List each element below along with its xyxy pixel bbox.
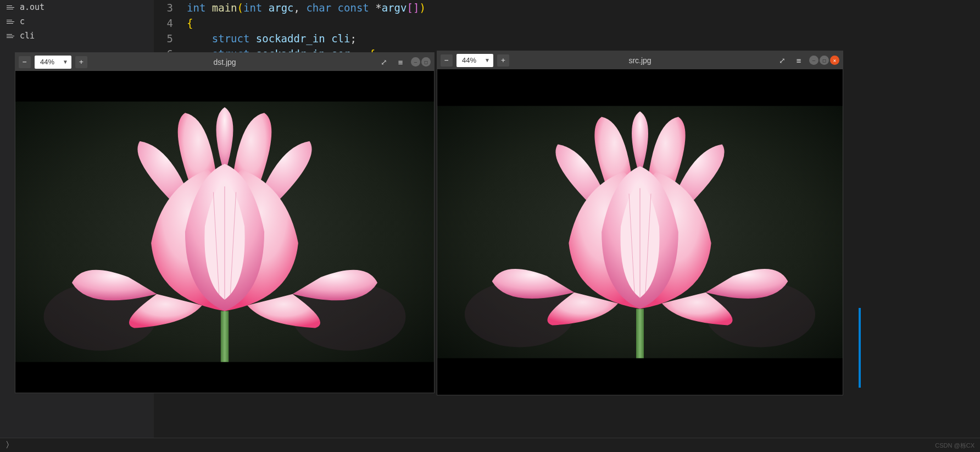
zoom-value: 44% <box>462 56 476 64</box>
chevron-down-icon: ▼ <box>63 59 68 65</box>
titlebar[interactable]: − 44% ▼ + dst.jpg ⤢ ≡ — □ <box>15 53 434 71</box>
zoom-dropdown[interactable]: 44% ▼ <box>456 54 493 67</box>
code-line[interactable]: 3int main(int argc, char const *argv[]) <box>154 0 980 15</box>
outline-icon <box>7 5 15 9</box>
scrollbar-indicator <box>859 308 861 388</box>
titlebar[interactable]: − 44% ▼ + src.jpg ⤢ ≡ — □ ✕ <box>437 51 843 69</box>
outline-icon <box>7 34 15 38</box>
image-canvas[interactable] <box>15 71 434 393</box>
code-content: int main(int argc, char const *argv[]) <box>187 0 426 15</box>
sidebar-item-aout[interactable]: a.out <box>0 0 154 14</box>
lotus-image <box>15 71 434 393</box>
image-canvas[interactable] <box>437 69 843 395</box>
code-line[interactable]: 5 struct sockaddr_in cli; <box>154 31 980 46</box>
line-number: 4 <box>154 15 187 31</box>
sidebar-item-c[interactable]: c <box>0 14 154 29</box>
line-number: 3 <box>154 0 187 15</box>
minimize-button[interactable]: — <box>809 56 818 65</box>
chevron-down-icon: ▼ <box>485 57 490 63</box>
terminal-prompt: 〉 <box>5 440 14 450</box>
image-viewer-dst: − 44% ▼ + dst.jpg ⤢ ≡ — □ <box>15 52 435 393</box>
minimize-button[interactable]: — <box>411 57 420 67</box>
svg-rect-7 <box>636 309 644 359</box>
lotus-image <box>437 69 843 395</box>
zoom-out-button[interactable]: − <box>441 54 453 67</box>
sidebar-item-label: c <box>20 16 25 26</box>
fullscreen-icon[interactable]: ⤢ <box>776 54 788 67</box>
line-number: 5 <box>154 31 187 46</box>
image-viewer-src: − 44% ▼ + src.jpg ⤢ ≡ — □ ✕ <box>437 51 843 395</box>
menu-icon[interactable]: ≡ <box>793 54 805 67</box>
zoom-value: 44% <box>40 58 54 66</box>
zoom-in-button[interactable]: + <box>497 54 509 67</box>
maximize-button[interactable]: □ <box>421 57 431 67</box>
zoom-in-button[interactable]: + <box>75 56 87 68</box>
maximize-button[interactable]: □ <box>820 56 829 65</box>
zoom-dropdown[interactable]: 44% ▼ <box>35 56 71 69</box>
zoom-out-button[interactable]: − <box>19 56 31 68</box>
sidebar-item-cli[interactable]: cli <box>0 29 154 43</box>
terminal-bar[interactable]: 〉 <box>0 438 980 452</box>
code-content: { <box>187 15 193 31</box>
menu-icon[interactable]: ≡ <box>394 56 407 68</box>
svg-rect-3 <box>221 311 229 362</box>
sidebar-item-label: a.out <box>20 2 44 12</box>
outline-icon <box>7 20 15 24</box>
window-title: src.jpg <box>628 56 651 65</box>
code-line[interactable]: 4{ <box>154 15 980 31</box>
fullscreen-icon[interactable]: ⤢ <box>378 56 390 68</box>
window-title: dst.jpg <box>213 58 236 67</box>
watermark: CSDN @栎CX <box>935 442 975 450</box>
code-content: struct sockaddr_in cli; <box>187 31 357 46</box>
sidebar-item-label: cli <box>20 31 35 41</box>
close-button[interactable]: ✕ <box>830 56 839 65</box>
